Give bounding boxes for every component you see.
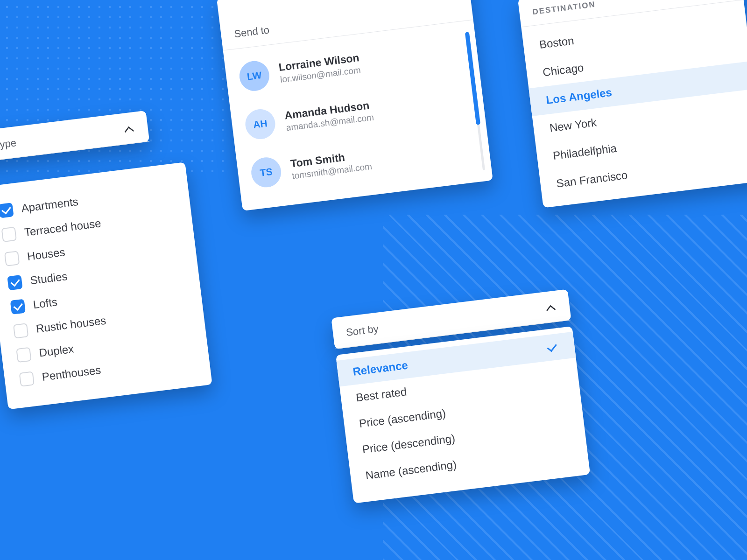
housing-option-label: Houses xyxy=(27,245,66,263)
checkbox[interactable] xyxy=(10,299,26,315)
avatar: AH xyxy=(244,107,277,140)
destination-title: Destination xyxy=(532,0,596,17)
housing-option-label: Penthouses xyxy=(41,364,101,384)
sort-option-label: Best rated xyxy=(355,385,408,404)
send-to-panel: Send to LWLorraine Wilsonlor.wilson@mail… xyxy=(217,0,493,211)
checkbox[interactable] xyxy=(13,323,28,338)
avatar: TS xyxy=(250,156,283,189)
checkbox[interactable] xyxy=(16,347,31,363)
check-icon xyxy=(549,342,560,353)
housing-option-label: Duplex xyxy=(38,342,75,359)
chevron-up-icon xyxy=(544,301,557,315)
avatar: LW xyxy=(238,59,271,92)
sort-option-label: Price (descending) xyxy=(361,432,456,456)
housing-option-label: Terraced house xyxy=(23,217,102,239)
housing-type-panel: ApartmentsTerraced houseHousesStudiesLof… xyxy=(0,162,212,409)
checkbox[interactable] xyxy=(4,251,20,266)
sort-option-label: Relevance xyxy=(352,359,409,378)
send-to-title: Send to xyxy=(233,24,270,40)
checkbox[interactable] xyxy=(0,203,14,218)
sort-by-title: Sort by xyxy=(345,323,379,339)
chevron-up-icon xyxy=(122,122,135,136)
checkbox[interactable] xyxy=(1,227,17,242)
housing-type-title: Housing type xyxy=(0,137,17,156)
checkbox[interactable] xyxy=(19,371,35,386)
housing-option-label: Apartments xyxy=(21,195,79,215)
housing-type-collapse[interactable]: Housing type xyxy=(0,111,149,167)
chevron-up-icon[interactable] xyxy=(337,0,350,2)
sort-option-label: Name (ascending) xyxy=(365,458,457,482)
housing-option-label: Lofts xyxy=(32,295,58,311)
housing-option-label: Rustic houses xyxy=(35,314,107,336)
checkbox[interactable] xyxy=(7,275,22,290)
sort-by-panel: RelevanceBest ratedPrice (ascending)Pric… xyxy=(336,326,590,504)
housing-option-label: Studies xyxy=(29,270,68,287)
destination-panel: Destination BostonChicagoLos AngelesNew … xyxy=(518,0,747,208)
sort-option-label: Price (ascending) xyxy=(359,406,447,430)
